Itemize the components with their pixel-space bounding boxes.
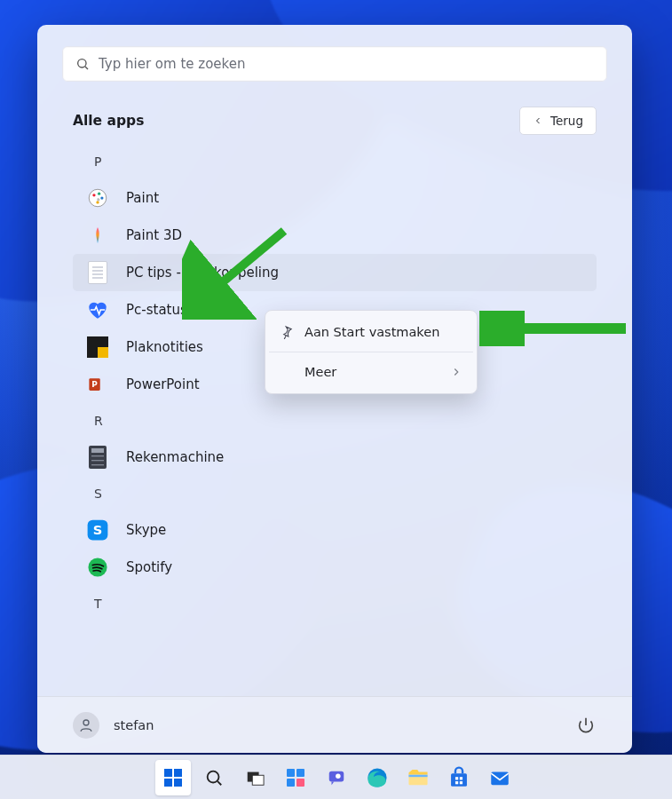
paint-icon (85, 186, 110, 210)
search-icon (75, 57, 90, 71)
svg-line-20 (217, 781, 221, 785)
svg-point-0 (78, 59, 86, 67)
app-label: Paint 3D (126, 227, 182, 243)
app-item-paint[interactable]: Paint (73, 179, 597, 217)
svg-rect-26 (296, 779, 304, 787)
taskbar (0, 755, 672, 799)
app-item-skype[interactable]: S Skype (73, 511, 597, 549)
svg-rect-31 (408, 774, 427, 776)
svg-point-28 (336, 773, 341, 779)
back-button[interactable]: Terug (519, 107, 597, 135)
svg-rect-33 (455, 777, 457, 779)
svg-text:P: P (91, 380, 98, 389)
context-menu-label: Aan Start vastmaken (304, 325, 439, 339)
svg-rect-16 (174, 769, 182, 777)
svg-rect-35 (455, 781, 457, 784)
app-label: Spotify (126, 559, 172, 575)
svg-point-6 (96, 201, 99, 203)
app-label: Pc-statuscontrole (126, 302, 241, 318)
paint3d-icon (85, 223, 110, 248)
svg-point-12 (83, 720, 89, 725)
calculator-icon (85, 445, 110, 470)
apps-list: P Paint Paint 3D PC tips - Snelkoppeling… (37, 144, 632, 696)
svg-rect-24 (296, 769, 304, 777)
svg-rect-23 (287, 769, 295, 777)
letter-header-t[interactable]: T (73, 586, 597, 621)
taskbar-taskview[interactable] (237, 760, 273, 795)
back-button-label: Terug (550, 114, 583, 128)
svg-rect-32 (451, 773, 467, 787)
letter-header-s[interactable]: S (73, 476, 597, 511)
context-menu: Aan Start vastmaken Meer (265, 310, 478, 394)
user-button[interactable]: stefan (73, 712, 154, 739)
start-footer: stefan (37, 696, 632, 753)
svg-rect-15 (164, 769, 172, 777)
context-menu-pin[interactable]: Aan Start vastmaken (269, 314, 473, 350)
skype-icon: S (85, 518, 110, 542)
svg-rect-34 (459, 777, 462, 779)
app-item-pctips[interactable]: PC tips - Snelkoppeling (73, 254, 597, 291)
svg-rect-37 (491, 771, 509, 785)
svg-point-19 (207, 771, 218, 782)
app-label: Skype (126, 522, 166, 538)
svg-line-1 (85, 67, 88, 69)
avatar-icon (73, 712, 99, 739)
powerpoint-icon: P (85, 372, 110, 397)
taskbar-explorer[interactable] (400, 760, 436, 795)
svg-point-5 (100, 196, 103, 199)
taskbar-widgets[interactable] (278, 760, 313, 795)
svg-text:S: S (93, 522, 103, 537)
svg-point-3 (92, 194, 95, 196)
user-name: stefan (114, 718, 154, 732)
svg-rect-17 (164, 779, 172, 787)
context-menu-more[interactable]: Meer (269, 354, 473, 390)
divider (269, 352, 473, 352)
pin-icon (280, 325, 294, 339)
app-label: PowerPoint (126, 376, 200, 392)
svg-rect-22 (252, 775, 264, 785)
taskbar-start[interactable] (155, 760, 191, 795)
taskbar-edge[interactable] (360, 760, 395, 795)
search-box[interactable] (62, 46, 607, 82)
app-item-paint3d[interactable]: Paint 3D (73, 217, 597, 254)
app-item-rekenmachine[interactable]: Rekenmachine (73, 439, 597, 476)
health-icon (85, 297, 110, 322)
chevron-left-icon (533, 115, 543, 126)
app-label: PC tips - Snelkoppeling (126, 265, 279, 281)
document-icon (85, 260, 110, 285)
all-apps-heading: Alle apps (73, 113, 144, 129)
svg-rect-25 (287, 779, 295, 787)
app-label: Plaknotities (126, 339, 203, 355)
search-input[interactable] (99, 56, 594, 72)
taskbar-search[interactable] (196, 760, 232, 795)
spotify-icon (85, 555, 110, 580)
taskbar-chat[interactable] (319, 760, 354, 795)
letter-header-r[interactable]: R (73, 403, 597, 439)
taskbar-store[interactable] (441, 760, 477, 795)
svg-rect-18 (174, 779, 182, 787)
stickynotes-icon (85, 335, 110, 360)
app-label: Paint (126, 190, 159, 206)
context-menu-label: Meer (304, 365, 336, 379)
power-button[interactable] (575, 715, 597, 736)
taskbar-mail[interactable] (482, 760, 518, 795)
chevron-right-icon (450, 366, 462, 378)
svg-point-4 (98, 193, 100, 195)
letter-header-p[interactable]: P (73, 144, 597, 179)
app-label: Rekenmachine (126, 449, 224, 465)
app-item-spotify[interactable]: Spotify (73, 549, 597, 586)
svg-rect-36 (459, 781, 462, 784)
